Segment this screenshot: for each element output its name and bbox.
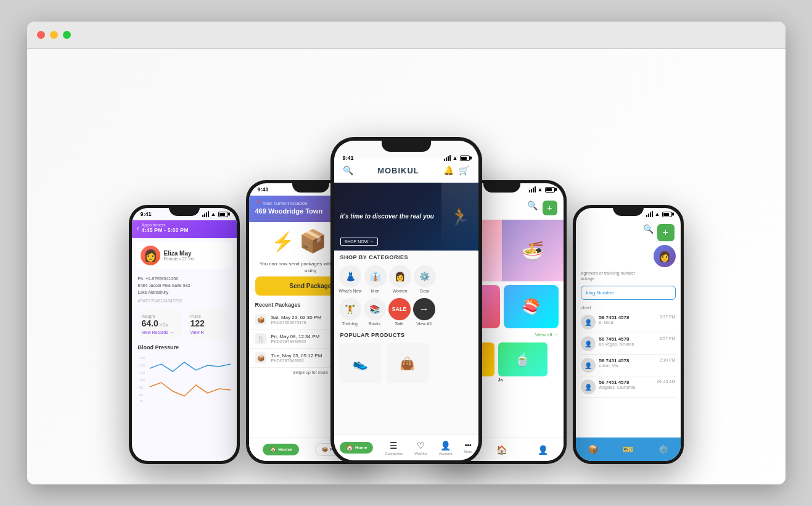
popular-products-grid: 👟 👜 <box>334 341 478 386</box>
add-button-recipe[interactable]: + <box>543 201 557 215</box>
category-whats-new[interactable]: 👗 What's New <box>339 265 362 293</box>
browser-content: 9:41 ▲ <box>27 49 785 484</box>
pulse-stat: Pulse 122 View R <box>187 310 231 338</box>
add-button-tracking[interactable]: + <box>657 224 675 241</box>
bell-icon[interactable]: 🔔 <box>443 165 454 175</box>
product-card-sneakers[interactable]: 👟 <box>339 343 382 383</box>
svg-text:90: 90 <box>139 386 142 389</box>
packages-nav-icon: 📦 <box>322 447 328 452</box>
shop-by-categories-title: SHOP BY CATEGORIES <box>334 251 478 263</box>
appointment-label: Appointment <box>142 223 189 227</box>
phone-notch-fr <box>613 205 644 216</box>
svg-text:120: 120 <box>139 363 144 367</box>
svg-text:70: 70 <box>139 399 142 402</box>
wifi-icon-rc: ▲ <box>538 186 543 193</box>
package-nav-icon[interactable]: 📦 <box>588 444 598 454</box>
phone-notch-rc <box>483 180 520 193</box>
patient-gender-age: Female • 27 Yrs. <box>164 257 196 261</box>
weight-stat: Weight 64.0 KGs View Records → <box>138 310 182 338</box>
minimize-button[interactable] <box>50 31 58 39</box>
mobikul-logo: MOBIKUL <box>377 166 419 175</box>
tracking-item-3: 👤 58 7451 4578 oulon, Var 2:10 PM <box>581 355 676 376</box>
patient-details: Ph. +1-87859541256 8484 Jacobi Pike Suit… <box>132 273 237 307</box>
signal-icon-fr <box>646 211 653 217</box>
ticket-nav-icon[interactable]: 🎫 <box>623 444 633 454</box>
home-nav-icon-recipe[interactable]: 🏠 <box>496 445 507 455</box>
category-gear[interactable]: ⚙️ Gear <box>414 265 436 293</box>
tracking-list: 👤 58 7451 4578 e, Nord 3:37 PM 👤 58 7451… <box>576 312 681 398</box>
category-view-all[interactable]: → View All <box>413 298 435 326</box>
package-icon-2: 🍴 <box>255 333 266 344</box>
package-icon-1: 📦 <box>255 314 266 325</box>
wishlist-nav[interactable]: ♡ Wishlist <box>414 441 427 455</box>
settings-nav-icon[interactable]: ⚙️ <box>658 444 668 454</box>
lightning-icon: ⚡ <box>271 231 294 252</box>
appointment-time: 4:45 PM - 5:00 PM <box>142 227 189 233</box>
category-men[interactable]: 👔 Men <box>364 265 387 293</box>
category-training[interactable]: 🏋️ Training <box>339 298 361 326</box>
profile-nav-icon[interactable]: 👤 <box>538 445 548 455</box>
category-women[interactable]: 👩 Women <box>389 265 411 293</box>
home-nav-icon: 🏠 <box>270 447 276 452</box>
location-icon: 📍 <box>255 201 261 206</box>
battery-icon <box>218 212 228 217</box>
package-illustration: 📦 <box>299 228 327 254</box>
signal-icon-c <box>444 155 451 161</box>
search-icon-mobikul[interactable]: 🔍 <box>343 165 353 175</box>
maximize-button[interactable] <box>63 31 71 39</box>
tracking-item-1: 👤 58 7451 4578 e, Nord 3:37 PM <box>581 312 676 333</box>
home-nav-button[interactable]: 🏠 Home <box>263 444 299 455</box>
food-item-2[interactable]: 🍣 <box>504 285 559 328</box>
svg-text:80: 80 <box>139 393 142 397</box>
wifi-icon-fr: ▲ <box>655 211 660 217</box>
battery-icon-fr <box>662 212 672 217</box>
health-header: ‹ Appointment 4:45 PM - 5:00 PM <box>132 220 237 238</box>
category-books[interactable]: 📚 Books <box>364 298 386 326</box>
back-icon[interactable]: ‹ <box>137 224 139 233</box>
patient-avatar: 👩 <box>141 246 160 265</box>
view-records-button[interactable]: View Records → <box>142 330 178 334</box>
tracking-item-2: 👤 58 7451 4578 as Vegas, Nevada 8:57 PM <box>581 333 676 355</box>
mobikul-header: 🔍 MOBIKUL 🔔 🛒 <box>334 158 478 183</box>
account-nav[interactable]: 👤 Account <box>439 441 453 455</box>
search-icon-tracking[interactable]: 🔍 <box>643 224 654 241</box>
blood-pressure-title: Blood Pressure <box>138 344 231 350</box>
blood-pressure-chart: 130 120 110 100 90 80 70 <box>138 353 231 402</box>
tracking-item-4: 👤 58 7451 4578 Angeles, California 01:40… <box>581 376 676 398</box>
tracking-bottom-nav: 📦 🎫 ⚙️ <box>576 438 681 461</box>
phone-far-right: ▲ 🔍 + <box>573 205 684 464</box>
phones-container: 9:41 ▲ <box>67 57 745 476</box>
mobikul-app-screen: 9:41 ▲ <box>334 141 478 460</box>
package-icon-3: 📦 <box>255 352 266 363</box>
tracking-number-input[interactable]: king Number <box>581 286 676 300</box>
categories-nav[interactable]: ☰ Categories <box>385 441 403 455</box>
home-nav-active[interactable]: 🏠 Home <box>340 442 373 454</box>
health-app-screen: 9:41 ▲ <box>132 208 237 461</box>
categories-grid-2: 🏋️ Training 📚 Books SALE Sale → <box>334 296 478 328</box>
view-pulse-records-button[interactable]: View R <box>191 330 227 334</box>
tracking-status-label: cked <box>576 302 681 312</box>
category-sale[interactable]: SALE Sale <box>388 298 411 326</box>
user-avatar: 👩 <box>654 245 676 267</box>
svg-text:130: 130 <box>139 356 144 360</box>
cart-icon[interactable]: 🛒 <box>459 165 469 175</box>
tracking-header: 🔍 + <box>576 220 681 245</box>
popular-products-title: POPULAR PRODUCTS <box>334 328 478 341</box>
signal-icon <box>202 211 209 217</box>
search-icon-recipe[interactable]: 🔍 <box>527 201 538 215</box>
browser-titlebar <box>27 22 785 49</box>
recipe-card-ja[interactable]: 🍵 Ja <box>498 342 547 386</box>
phone-notch <box>169 205 200 216</box>
mobikul-banner: it's time to discover the real you 🏃 SHO… <box>334 183 478 251</box>
phone-center: 9:41 ▲ <box>330 137 482 464</box>
tracking-app-screen: ▲ 🔍 + <box>576 208 681 461</box>
product-card-bag[interactable]: 👜 <box>386 343 429 383</box>
more-nav[interactable]: ••• More <box>464 442 472 454</box>
patient-name: Eliza May <box>164 250 196 257</box>
tracking-label: signment or tracking number <box>576 270 681 276</box>
shop-now-button[interactable]: SHOP NOW → <box>340 238 379 246</box>
mobikul-nav: 🏠 Home ☰ Categories ♡ Wishlist 👤 <box>334 434 478 460</box>
battery-icon-rc <box>545 187 555 193</box>
close-button[interactable] <box>37 31 45 39</box>
blood-pressure-section: Blood Pressure 130 120 110 100 90 80 70 <box>132 342 237 405</box>
